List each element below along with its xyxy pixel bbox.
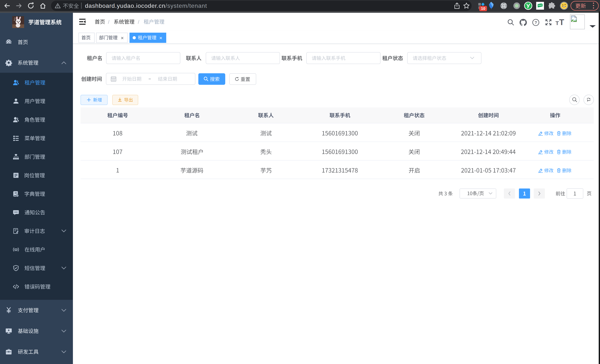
svg-text:?: ?: [534, 20, 537, 25]
svg-text:T: T: [559, 19, 564, 26]
svg-text:T: T: [555, 20, 559, 26]
